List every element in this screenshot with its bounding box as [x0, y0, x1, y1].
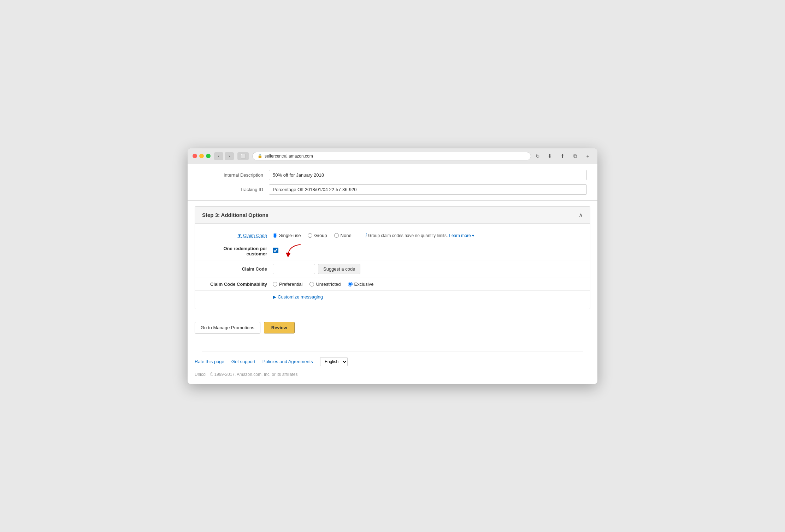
add-tab-icon[interactable]: + — [583, 152, 592, 160]
claim-code-inputs: Suggest a code — [273, 264, 360, 274]
rate-page-link[interactable]: Rate this page — [195, 359, 224, 364]
page-content: Internal Description Tracking ID Step 3:… — [188, 164, 597, 384]
triangle-icon: ▶ — [273, 294, 276, 300]
preferential-radio[interactable] — [273, 282, 277, 286]
new-window-icon[interactable]: ⧉ — [571, 152, 580, 160]
claim-code-input-label: Claim Code — [202, 266, 273, 272]
claim-code-radio-group: Single-use Group None i Group claim — [273, 233, 474, 238]
tab-button[interactable]: ⬜ — [237, 152, 249, 160]
single-use-option[interactable]: Single-use — [273, 233, 301, 238]
group-label: Group — [314, 233, 327, 238]
tracking-id-row: Tracking ID — [198, 184, 587, 195]
footer-divider — [202, 351, 583, 351]
customize-messaging-row: ▶ Customize messaging — [195, 291, 590, 303]
language-select[interactable]: English — [320, 357, 348, 366]
minimize-button[interactable] — [199, 154, 204, 158]
policies-link[interactable]: Policies and Agreements — [262, 359, 313, 364]
traffic-lights — [193, 154, 211, 158]
exclusive-radio[interactable] — [348, 282, 353, 286]
reload-button[interactable]: ↻ — [534, 152, 542, 160]
claim-code-input-row: Claim Code Suggest a code — [195, 260, 590, 278]
review-button[interactable]: Review — [264, 322, 295, 333]
customize-messaging-label: Customize messaging — [278, 294, 323, 300]
red-arrow-annotation — [283, 242, 305, 260]
none-option[interactable]: None — [334, 233, 352, 238]
lock-icon: 🔒 — [258, 154, 262, 158]
combinability-label: Claim Code Combinability — [202, 282, 273, 287]
footer-copyright: Unicoi © 1999-2017, Amazon.com, Inc. or … — [195, 372, 590, 377]
nav-buttons: ‹ › — [214, 152, 234, 160]
step3-section: Step 3: Additional Options ∧ ▼ Claim Cod… — [195, 206, 590, 309]
group-info-text: i Group claim codes have no quantity lim… — [366, 233, 474, 238]
step3-title: Step 3: Additional Options — [202, 212, 268, 218]
unrestricted-radio[interactable] — [309, 282, 314, 286]
browser-window: ‹ › ⬜ 🔒 sellercentral.amazon.com ↻ ⬇ ⬆ ⧉… — [188, 148, 597, 384]
step3-header: Step 3: Additional Options ∧ — [195, 207, 590, 224]
internal-description-label: Internal Description — [198, 172, 269, 178]
exclusive-option[interactable]: Exclusive — [348, 282, 374, 287]
download-icon[interactable]: ⬇ — [545, 152, 554, 160]
back-button[interactable]: ‹ — [214, 152, 223, 160]
single-use-label: Single-use — [279, 233, 301, 238]
maximize-button[interactable] — [206, 154, 211, 158]
footer-copyright-text: © 1999-2017, Amazon.com, Inc. or its aff… — [210, 372, 297, 377]
tracking-id-label: Tracking ID — [198, 187, 269, 192]
group-radio[interactable] — [308, 233, 312, 238]
preferential-label: Preferential — [279, 282, 302, 287]
checkbox-container — [273, 248, 278, 254]
step3-body: ▼ Claim Code Single-use Group — [195, 224, 590, 309]
internal-description-row: Internal Description — [198, 170, 587, 180]
url-text: sellercentral.amazon.com — [265, 154, 313, 159]
unrestricted-label: Unrestricted — [316, 282, 341, 287]
claim-code-label[interactable]: ▼ Claim Code — [202, 233, 273, 238]
one-redemption-checkbox[interactable] — [273, 248, 278, 253]
unrestricted-option[interactable]: Unrestricted — [309, 282, 341, 287]
get-support-link[interactable]: Get support — [231, 359, 255, 364]
footer-brand: Unicoi — [195, 372, 206, 377]
exclusive-label: Exclusive — [354, 282, 374, 287]
combinability-row: Claim Code Combinability Preferential Un… — [195, 278, 590, 291]
claim-code-text-input[interactable] — [273, 264, 315, 274]
footer: Rate this page Get support Policies and … — [188, 341, 597, 384]
none-radio[interactable] — [334, 233, 339, 238]
suggest-code-button[interactable]: Suggest a code — [318, 264, 360, 274]
action-buttons: Go to Manage Promotions Review — [188, 315, 597, 341]
collapse-button[interactable]: ∧ — [579, 212, 583, 218]
toolbar-icons: ⬇ ⬆ ⧉ + — [545, 152, 592, 160]
single-use-radio[interactable] — [273, 233, 277, 238]
preferential-option[interactable]: Preferential — [273, 282, 302, 287]
top-fields: Internal Description Tracking ID — [188, 164, 597, 201]
none-label: None — [341, 233, 352, 238]
manage-promotions-button[interactable]: Go to Manage Promotions — [195, 322, 260, 333]
claim-code-row: ▼ Claim Code Single-use Group — [195, 229, 590, 242]
group-option[interactable]: Group — [308, 233, 327, 238]
combinability-radio-group: Preferential Unrestricted Exclusive — [273, 282, 373, 287]
customize-messaging-link[interactable]: ▶ Customize messaging — [273, 294, 323, 300]
address-bar-container: 🔒 sellercentral.amazon.com ↻ — [252, 152, 542, 160]
learn-more-link[interactable]: Learn more ▾ — [449, 233, 474, 238]
forward-button[interactable]: › — [225, 152, 234, 160]
one-redemption-label: One redemption per customer — [202, 246, 273, 256]
one-redemption-row: One redemption per customer — [195, 242, 590, 260]
close-button[interactable] — [193, 154, 197, 158]
tracking-id-input[interactable] — [269, 184, 587, 195]
share-icon[interactable]: ⬆ — [558, 152, 567, 160]
group-info-description: Group claim codes have no quantity limit… — [368, 233, 448, 238]
address-bar[interactable]: 🔒 sellercentral.amazon.com — [252, 152, 531, 160]
footer-links: Rate this page Get support Policies and … — [195, 357, 590, 372]
info-icon: i — [366, 233, 367, 238]
internal-description-input[interactable] — [269, 170, 587, 180]
browser-chrome: ‹ › ⬜ 🔒 sellercentral.amazon.com ↻ ⬇ ⬆ ⧉… — [188, 148, 597, 164]
